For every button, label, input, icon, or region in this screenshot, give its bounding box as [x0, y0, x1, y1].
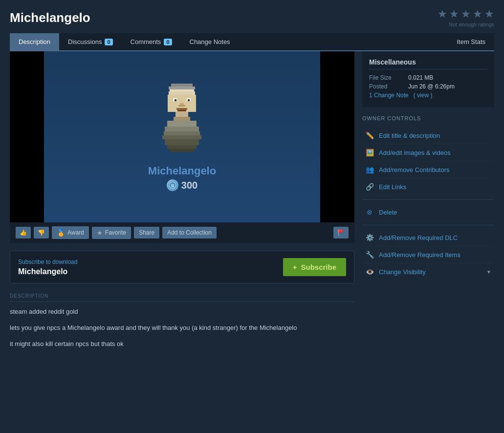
share-button[interactable]: Share — [134, 227, 159, 238]
section-divider-2 — [362, 225, 494, 225]
star-rating: ★ ★ ★ ★ ★ Not enough ratings — [438, 8, 494, 27]
page-wrapper: Michelangelo ★ ★ ★ ★ ★ Not enough rating… — [0, 0, 504, 370]
star-1: ★ — [438, 8, 447, 21]
add-to-collection-button[interactable]: Add to Collection — [162, 227, 217, 238]
chevron-down-icon: ▼ — [486, 269, 491, 275]
tab-bar: Description Discussions 0 Comments 0 Cha… — [10, 33, 494, 51]
thumbs-down-button[interactable]: 👎 — [34, 227, 49, 238]
award-icon: 🏅 — [57, 229, 65, 237]
bust-svg — [155, 83, 209, 161]
star-5: ★ — [484, 8, 494, 21]
owner-controls-title: OWNER CONTROLS — [362, 115, 494, 121]
required-items-icon: 🔧 — [365, 250, 374, 259]
description-text: steam added reddit gold lets you give np… — [10, 307, 354, 349]
change-note-row: 1 Change Note ( view ) — [369, 92, 487, 99]
page-title: Michelangelo — [10, 10, 90, 25]
misc-panel: Miscellaneous File Size 0.021 MB Posted … — [362, 51, 494, 108]
svg-rect-19 — [162, 135, 201, 139]
svg-rect-12 — [176, 108, 187, 110]
edit-title-button[interactable]: ✏️ Edit title & description — [362, 127, 494, 144]
tab-change-notes[interactable]: Change Notes — [181, 33, 239, 50]
subscribe-name: Michelangelo — [18, 267, 77, 276]
change-note-view: ( view ) — [414, 92, 433, 99]
description-para-2: lets you give npcs a Michelangelo award … — [10, 323, 354, 333]
images-icon: 🖼️ — [365, 148, 374, 157]
svg-text:S: S — [171, 183, 174, 188]
tab-description[interactable]: Description — [10, 33, 59, 50]
page-header: Michelangelo ★ ★ ★ ★ ★ Not enough rating… — [10, 8, 494, 27]
required-items-button[interactable]: 🔧 Add/Remove Required Items — [362, 246, 494, 263]
svg-rect-8 — [175, 99, 176, 101]
subscribe-info: Subscribe to download Michelangelo — [18, 259, 77, 276]
right-column: Miscellaneous File Size 0.021 MB Posted … — [362, 51, 494, 363]
tab-item-stats[interactable]: Item Stats — [448, 33, 494, 50]
edit-icon: ✏️ — [365, 131, 374, 140]
left-column: Michelangelo S 300 — [10, 51, 354, 363]
content-area: Michelangelo S 300 — [10, 51, 494, 363]
description-para-1: steam added reddit gold — [10, 307, 354, 317]
misc-title: Miscellaneous — [369, 58, 487, 69]
section-divider-1 — [362, 199, 494, 200]
posted-label: Posted — [369, 83, 403, 90]
contributors-button[interactable]: 👥 Add/remove Contributors — [362, 161, 494, 178]
discussions-badge: 0 — [105, 39, 112, 45]
svg-rect-20 — [165, 139, 199, 145]
award-button[interactable]: 🏅 Award — [52, 226, 89, 239]
description-label: DESCRIPTION — [10, 293, 354, 302]
change-visibility-button[interactable]: 👁️ Change Visibility ▼ — [362, 263, 494, 280]
file-size-value: 0.021 MB — [408, 74, 433, 81]
change-note-view-link[interactable]: ( view ) — [414, 92, 433, 99]
flag-button[interactable]: 🚩 — [333, 227, 349, 238]
thumbs-down-icon: 👎 — [38, 229, 45, 236]
contributors-icon: 👥 — [365, 165, 374, 174]
tab-discussions[interactable]: Discussions 0 — [59, 33, 121, 50]
action-bar: 👍 👎 🏅 Award ★ Favorite Share — [10, 222, 354, 243]
preview-wrapper: Michelangelo S 300 — [10, 51, 354, 222]
file-size-label: File Size — [369, 74, 403, 81]
links-icon: 🔗 — [365, 182, 374, 191]
svg-rect-21 — [167, 145, 197, 149]
star-3: ★ — [461, 8, 471, 21]
svg-rect-14 — [175, 112, 188, 117]
required-dlc-button[interactable]: ⚙️ Add/Remove Required DLC — [362, 229, 494, 246]
preview-points: S 300 — [167, 179, 197, 191]
thumbs-up-icon: 👍 — [20, 229, 27, 236]
flag-icon: 🚩 — [337, 229, 345, 236]
owner-controls: OWNER CONTROLS ✏️ Edit title & descripti… — [362, 115, 494, 280]
dlc-icon: ⚙️ — [365, 233, 374, 242]
black-side-left — [10, 51, 44, 222]
star-2: ★ — [449, 8, 459, 21]
add-images-button[interactable]: 🖼️ Add/edit images & videos — [362, 144, 494, 161]
delete-icon: ⊗ — [365, 208, 374, 216]
rating-text: Not enough ratings — [449, 22, 494, 27]
preview-caption: Michelangelo — [148, 165, 216, 177]
steam-coin-icon: S — [167, 179, 178, 191]
description-para-3: it might also kill certain npcs but that… — [10, 339, 354, 349]
star-icon: ★ — [97, 229, 103, 237]
subscribe-button[interactable]: + Subscribe — [283, 258, 346, 276]
svg-rect-9 — [188, 99, 190, 101]
posted-value: Jun 26 @ 6:26pm — [408, 83, 455, 90]
change-note-link[interactable]: 1 Change Note — [369, 92, 409, 99]
subscribe-plus-icon: + — [293, 263, 297, 271]
thumbs-up-button[interactable]: 👍 — [16, 227, 31, 238]
preview-mid: Michelangelo S 300 — [44, 51, 320, 222]
subscribe-label: Subscribe to download — [18, 259, 77, 265]
svg-rect-22 — [170, 149, 194, 152]
subscribe-area: Subscribe to download Michelangelo + Sub… — [10, 251, 354, 283]
svg-rect-13 — [177, 110, 186, 111]
preview-container: Michelangelo S 300 — [10, 51, 354, 243]
preview-content: Michelangelo S 300 — [148, 83, 216, 191]
delete-button[interactable]: ⊗ Delete — [362, 204, 494, 221]
favorite-button[interactable]: ★ Favorite — [92, 227, 131, 239]
file-size-row: File Size 0.021 MB — [369, 74, 487, 81]
edit-links-button[interactable]: 🔗 Edit Links — [362, 178, 494, 195]
tab-comments[interactable]: Comments 0 — [122, 33, 181, 50]
svg-rect-11 — [178, 105, 185, 107]
visibility-icon: 👁️ — [365, 267, 374, 276]
svg-rect-5 — [169, 87, 195, 89]
star-4: ★ — [473, 8, 482, 21]
comments-badge: 0 — [164, 39, 172, 45]
points-value: 300 — [181, 180, 197, 191]
svg-rect-10 — [180, 103, 184, 105]
